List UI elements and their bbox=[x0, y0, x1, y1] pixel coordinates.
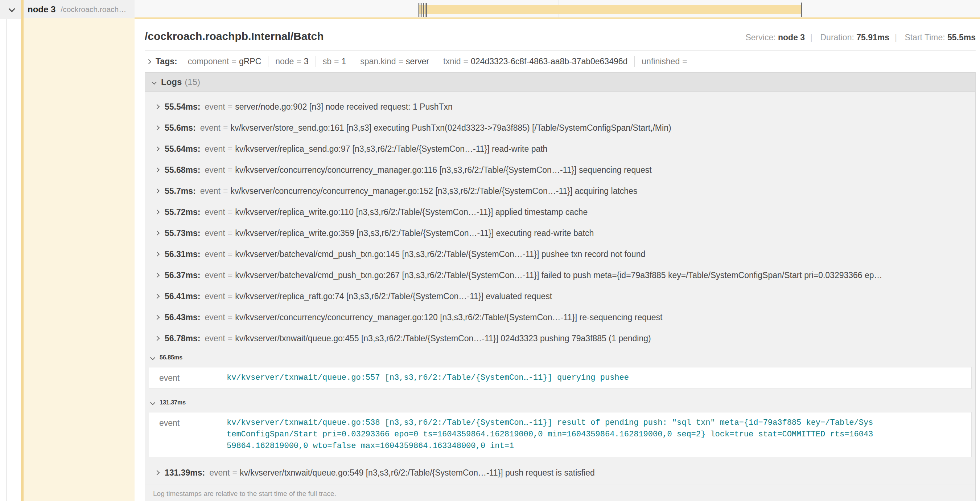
duration-value: 75.91ms bbox=[856, 33, 889, 42]
equals-sign: = bbox=[228, 292, 232, 302]
log-entry[interactable]: 56.31ms: event = kv/kvserver/batcheval/c… bbox=[145, 244, 975, 265]
tag-key: component bbox=[188, 57, 229, 66]
log-time: 55.6ms: bbox=[165, 123, 196, 133]
log-entry[interactable]: 55.64ms: event = kv/kvserver/replica_sen… bbox=[145, 138, 975, 160]
chevron-right-icon bbox=[154, 168, 159, 172]
span-operation-name: /cockroach.roach… bbox=[60, 5, 126, 14]
equals-sign: = bbox=[228, 270, 232, 280]
log-time: 56.41ms: bbox=[165, 292, 200, 302]
span-bar[interactable] bbox=[419, 5, 801, 14]
log-time: 131.39ms: bbox=[165, 468, 205, 478]
log-entry[interactable]: 56.41ms: event = kv/kvserver/replica_raf… bbox=[145, 286, 975, 307]
tag-item: component=gRPC bbox=[181, 56, 269, 67]
log-field-key: event bbox=[200, 123, 221, 133]
logs-footer-note: Log timestamps are relative to the start… bbox=[145, 485, 975, 501]
equals-sign: = bbox=[223, 186, 228, 196]
tag-key: sb bbox=[323, 57, 331, 66]
selected-row-highlight bbox=[23, 18, 135, 501]
tag-key: span.kind bbox=[360, 57, 396, 66]
tag-value: 3 bbox=[304, 57, 309, 66]
log-entry[interactable]: 55.54ms: event = server/node.go:902 [n3]… bbox=[145, 96, 975, 117]
log-marker-icon bbox=[418, 3, 418, 17]
log-field-value: kv/kvserver/concurrency/concurrency_mana… bbox=[230, 186, 637, 196]
log-entry[interactable]: 55.7ms: event = kv/kvserver/concurrency/… bbox=[145, 180, 975, 201]
timeline-span-row[interactable]: node 3 /cockroach.roach… 75.91ms bbox=[0, 0, 980, 19]
span-detail-panel: /cockroach.roachpb.Internal/Batch Servic… bbox=[135, 18, 980, 501]
log-time: 56.85ms bbox=[159, 354, 183, 361]
log-marker-icon bbox=[422, 3, 422, 17]
start-time-value: 55.5ms bbox=[947, 33, 976, 42]
service-label: Service: bbox=[746, 33, 776, 42]
chevron-right-icon bbox=[154, 470, 159, 475]
chevron-right-icon bbox=[154, 252, 159, 257]
log-field-value: kv/kvserver/replica_write.go:110 [n3,s3,… bbox=[235, 207, 587, 217]
service-value: node 3 bbox=[778, 33, 805, 42]
tags-accordion-toggle[interactable]: Tags: component=gRPC node=3 sb=1 span.ki… bbox=[145, 51, 976, 72]
equals-sign: = bbox=[228, 207, 232, 217]
log-field-key: event bbox=[205, 292, 225, 302]
log-field-key: event bbox=[149, 417, 227, 452]
span-timeline-cell[interactable]: 75.91ms bbox=[135, 0, 980, 19]
chevron-right-icon bbox=[154, 231, 159, 236]
log-marker-icon bbox=[423, 3, 424, 17]
log-entry[interactable]: 131.37ms bbox=[145, 394, 975, 411]
tag-key: unfinished bbox=[642, 57, 680, 66]
log-time: 56.78ms: bbox=[165, 333, 200, 343]
equals-sign: = bbox=[228, 102, 232, 112]
log-field-key: event bbox=[205, 228, 225, 238]
tag-item: unfinished= bbox=[635, 56, 696, 67]
log-field-value: kv/kvserver/concurrency/concurrency_mana… bbox=[235, 313, 662, 322]
log-field-value: kv/kvserver/txnwait/queue.go:538 [n3,s3,… bbox=[227, 417, 876, 452]
tags-label: Tags: bbox=[156, 57, 177, 67]
equals-sign: = bbox=[223, 123, 228, 133]
span-color-accent bbox=[21, 0, 24, 501]
log-entry[interactable]: 131.39ms: event = kv/kvserver/txnwait/qu… bbox=[145, 462, 975, 483]
log-entry[interactable]: 55.73ms: event = kv/kvserver/replica_wri… bbox=[145, 223, 975, 244]
equals-sign: = bbox=[228, 313, 232, 322]
log-field-value: kv/kvserver/replica_write.go:359 [n3,s3,… bbox=[235, 228, 594, 238]
log-entry[interactable]: 56.85ms bbox=[145, 349, 975, 366]
log-time: 56.31ms: bbox=[165, 249, 200, 259]
start-time-label: Start Time: bbox=[905, 33, 945, 42]
logs-accordion-toggle[interactable]: Logs (15) bbox=[145, 73, 975, 92]
log-detail-box: event kv/kvserver/txnwait/queue.go:538 [… bbox=[149, 412, 972, 457]
log-entry[interactable]: 55.68ms: event = kv/kvserver/concurrency… bbox=[145, 160, 975, 180]
log-field-key: event bbox=[209, 468, 229, 478]
chevron-down-icon[interactable] bbox=[8, 5, 15, 12]
chevron-right-icon bbox=[154, 104, 159, 109]
logs-section: Logs (15) 55.54ms: event = server/node.g… bbox=[145, 72, 976, 501]
chevron-right-icon bbox=[154, 315, 159, 320]
log-field-key: event bbox=[205, 102, 225, 112]
log-field-value: server/node.go:902 [n3] node received re… bbox=[235, 102, 453, 112]
log-field-value: kv/kvserver/batcheval/cmd_push_txn.go:26… bbox=[235, 270, 882, 280]
log-field-key: event bbox=[205, 313, 225, 322]
chevron-down-icon bbox=[150, 400, 155, 405]
logs-title: Logs bbox=[161, 77, 182, 87]
equals-sign: = bbox=[463, 57, 468, 66]
log-entry[interactable]: 56.78ms: event = kv/kvserver/txnwait/que… bbox=[145, 328, 975, 349]
equals-sign: = bbox=[334, 57, 339, 66]
log-field-key: event bbox=[205, 270, 225, 280]
equals-sign: = bbox=[682, 57, 687, 66]
log-field-value: kv/kvserver/txnwait/queue.go:557 [n3,s3,… bbox=[227, 372, 876, 384]
span-detail-title: /cockroach.roachpb.Internal/Batch bbox=[145, 29, 323, 44]
chevron-down-icon bbox=[150, 355, 155, 360]
log-field-value: kv/kvserver/concurrency/concurrency_mana… bbox=[235, 165, 651, 175]
log-field-key: event bbox=[205, 144, 225, 154]
log-entry[interactable]: 56.37ms: event = kv/kvserver/batcheval/c… bbox=[145, 265, 975, 286]
log-field-value: kv/kvserver/txnwait/queue.go:455 [n3,s3,… bbox=[235, 333, 651, 343]
equals-sign: = bbox=[399, 57, 403, 66]
log-field-key: event bbox=[200, 186, 221, 196]
span-service-name: node 3 bbox=[27, 4, 56, 14]
log-entry[interactable]: 55.72ms: event = kv/kvserver/replica_wri… bbox=[145, 201, 975, 223]
span-name-cell[interactable]: node 3 /cockroach.roach… bbox=[0, 0, 135, 19]
tag-value: 024d3323-6c8f-4863-aa8b-37ab0e63496d bbox=[471, 57, 627, 66]
log-field-value: kv/kvserver/store_send.go:161 [n3,s3] ex… bbox=[230, 123, 671, 133]
log-time: 131.37ms bbox=[159, 399, 186, 406]
log-entry[interactable]: 56.43ms: event = kv/kvserver/concurrency… bbox=[145, 307, 975, 328]
chevron-right-icon bbox=[154, 336, 159, 341]
log-field-key: event bbox=[205, 165, 225, 175]
log-field-value: kv/kvserver/replica_raft.go:74 [n3,s3,r6… bbox=[235, 292, 552, 302]
log-entry[interactable]: 55.6ms: event = kv/kvserver/store_send.g… bbox=[145, 117, 975, 138]
tag-key: node bbox=[275, 57, 294, 66]
